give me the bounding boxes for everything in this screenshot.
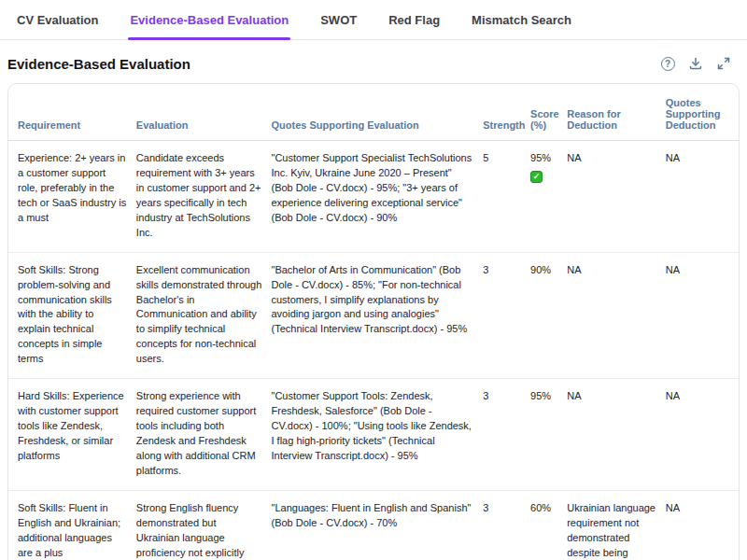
cell-quotes-deduction: NA [666,141,739,253]
tab-cv-evaluation[interactable]: CV Evaluation [15,13,100,39]
tab-swot[interactable]: SWOT [318,13,359,39]
column-header: Quotes Supporting Deduction [666,84,739,141]
cell-quotes-deduction: NA [666,252,739,379]
cell-strength: 5 [483,141,530,253]
cell-requirement: Soft Skills: Fluent in English and Ukrai… [8,490,136,560]
cell-quotes: "Languages: Fluent in English and Spanis… [272,490,484,560]
cell-evaluation: Strong experience with required customer… [136,379,272,491]
column-header: Strength [483,84,530,141]
cell-quotes: "Customer Support Tools: Zendesk, Freshd… [272,379,484,491]
cell-quotes-deduction: NA [666,379,739,491]
table-row: Experience: 2+ years in a customer suppo… [8,141,739,253]
cell-evaluation: Candidate exceeds requirement with 3+ ye… [136,141,272,253]
cell-strength: 3 [483,379,530,491]
cell-strength: 3 [483,252,530,379]
cell-score: 95%✓ [530,141,567,253]
cell-score: 60% [530,490,567,560]
cell-evaluation: Excellent communication skills demonstra… [136,252,272,379]
score-value: 95% [530,151,557,166]
fullscreen-icon[interactable] [715,55,732,72]
column-header: Quotes Supporting Evaluation [272,84,484,141]
cell-requirement: Soft Skills: Strong problem-solving and … [8,252,136,379]
help-icon[interactable]: ? [659,55,676,72]
cell-reason: NA [567,141,666,253]
cell-score: 90% [530,252,567,379]
cell-reason: NA [567,252,666,379]
header-toolbar: ? [659,55,732,72]
cell-evaluation: Strong English fluency demonstrated but … [136,490,272,560]
table-row: Soft Skills: Fluent in English and Ukrai… [8,490,739,560]
tab-red-flag[interactable]: Red Flag [387,13,442,39]
cell-quotes-deduction: NA [666,490,739,560]
tab-evidence-based-evaluation[interactable]: Evidence-Based Evaluation [128,13,290,39]
page-title: Evidence-Based Evaluation [7,56,190,72]
table-row: Soft Skills: Strong problem-solving and … [8,252,739,379]
tab-mismatch-search[interactable]: Mismatch Search [470,13,573,39]
column-header: Evaluation [136,84,272,141]
table-row: Hard Skills: Experience with customer su… [8,379,739,491]
cell-reason: NA [567,379,666,491]
cell-requirement: Hard Skills: Experience with customer su… [8,379,136,491]
cell-quotes: "Bachelor of Arts in Communication" (Bob… [272,252,484,379]
column-header: Reason for Deduction [567,84,666,141]
page-header: Evidence-Based Evaluation ? [0,40,747,83]
table-body: Experience: 2+ years in a customer suppo… [8,141,739,560]
cell-strength: 3 [483,490,530,560]
column-header: Requirement [8,84,136,141]
evaluation-table-card: RequirementEvaluationQuotes Supporting E… [7,83,740,560]
tab-bar: CV EvaluationEvidence-Based EvaluationSW… [0,0,747,40]
table-header-row: RequirementEvaluationQuotes Supporting E… [8,84,739,141]
score-verified-check-icon[interactable]: ✓ [530,171,543,183]
cell-quotes: "Customer Support Specialist TechSolutio… [272,141,484,253]
cell-reason: Ukrainian language requirement not demon… [567,490,666,560]
column-header: Score (%) [530,84,567,141]
cell-score: 95% [530,379,567,491]
evaluation-table: RequirementEvaluationQuotes Supporting E… [8,84,739,560]
download-icon[interactable] [687,55,704,72]
cell-requirement: Experience: 2+ years in a customer suppo… [8,141,136,253]
